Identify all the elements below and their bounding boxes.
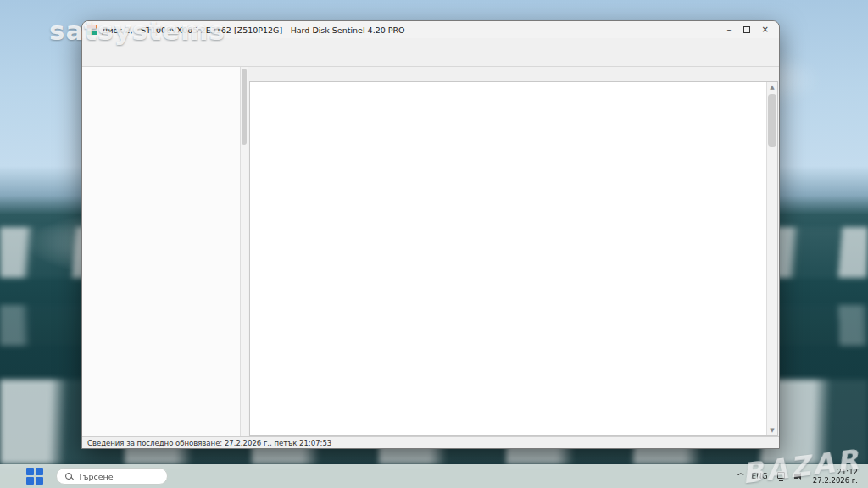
search-placeholder: Търсене <box>78 472 114 481</box>
disk-list-pane <box>82 67 248 436</box>
status-bar: Сведения за последно обновяване: 27.2.20… <box>82 436 779 448</box>
tab-bar <box>248 67 779 81</box>
info-scrollbar[interactable]: ▲▼ <box>766 82 777 435</box>
language-indicator[interactable]: ENG <box>751 472 767 480</box>
disk-list-scrollbar[interactable] <box>240 67 248 436</box>
tray-date: 27.2.2026 г. <box>813 476 858 485</box>
taskbar-search[interactable]: Търсене <box>56 468 168 485</box>
menu-bar <box>82 38 779 51</box>
toolbar <box>82 51 779 67</box>
app-icon <box>87 25 97 35</box>
window-title: Диск 2, - ST1000VX005-2E3162 [Z510P12G] … <box>102 25 405 35</box>
desktop: satsystems BAZAR Диск 2, - ST1000VX005-2… <box>0 0 868 488</box>
system-tray: ^ ENG 21:12 27.2.2026 г. <box>737 468 861 485</box>
titlebar[interactable]: Диск 2, - ST1000VX005-2E3162 [Z510P12G] … <box>82 21 779 38</box>
info-pane: ▲▼ <box>248 67 779 436</box>
info-area: ▲▼ <box>249 81 778 436</box>
desktop-icons <box>0 0 83 464</box>
search-icon <box>65 473 73 480</box>
tray-time: 21:12 <box>813 468 858 476</box>
maximize-button[interactable] <box>743 26 750 33</box>
clock[interactable]: 21:12 27.2.2026 г. <box>813 468 858 485</box>
tray-overflow-chevron-icon[interactable]: ^ <box>736 472 745 480</box>
last-update-text: Сведения за последно обновяване: 27.2.20… <box>87 439 331 447</box>
close-button[interactable]: × <box>762 25 769 34</box>
taskbar: Търсене ^ ENG 21:12 27.2.2026 г. <box>0 464 868 488</box>
network-icon[interactable] <box>776 472 787 481</box>
minimize-button[interactable]: – <box>727 25 732 34</box>
hard-disk-sentinel-window: Диск 2, - ST1000VX005-2E3162 [Z510P12G] … <box>81 20 780 449</box>
volume-icon[interactable] <box>794 472 805 481</box>
start-button[interactable] <box>25 467 44 485</box>
